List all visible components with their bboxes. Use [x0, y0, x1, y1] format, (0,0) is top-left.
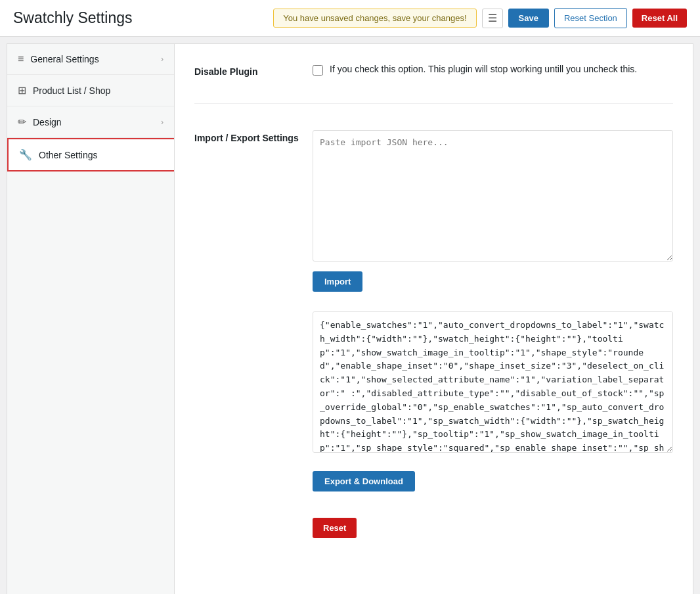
general-settings-icon: ≡	[18, 53, 24, 65]
import-button[interactable]: Import	[313, 271, 362, 292]
body-layout: ≡ General Settings › ⊞ Product List / Sh…	[7, 43, 693, 594]
sidebar-item-product-list[interactable]: ⊞ Product List / Shop	[7, 75, 174, 106]
import-textarea[interactable]	[313, 130, 673, 262]
sidebar-item-label-other: Other Settings	[39, 150, 98, 160]
save-button[interactable]: Save	[508, 9, 549, 28]
chevron-right-icon: ›	[161, 55, 164, 64]
disable-plugin-row: Disable Plugin If you check this option.…	[194, 64, 673, 104]
sidebar-item-design[interactable]: ✏ Design ›	[7, 106, 174, 138]
header-actions: You have unsaved changes, save your chan…	[273, 8, 687, 28]
disable-plugin-description: If you check this option. This plugin wi…	[330, 64, 637, 74]
disable-plugin-control: If you check this option. This plugin wi…	[313, 64, 673, 76]
sidebar-item-label-general: General Settings	[30, 54, 98, 64]
app-title: Swatchly Settings	[13, 9, 133, 27]
main-content: Disable Plugin If you check this option.…	[175, 44, 693, 594]
sidebar-item-general-settings[interactable]: ≡ General Settings ›	[7, 44, 174, 75]
unsaved-notice: You have unsaved changes, save your chan…	[273, 9, 476, 28]
reset-all-button[interactable]: Reset All	[632, 9, 687, 28]
import-export-label: Import / Export Settings	[194, 130, 313, 143]
export-download-button[interactable]: Export & Download	[313, 471, 415, 491]
design-icon: ✏	[18, 116, 26, 128]
sidebar-item-other-settings[interactable]: 🔧 Other Settings	[7, 138, 174, 171]
sidebar-item-label-product: Product List / Shop	[33, 85, 110, 96]
checkbox-row: If you check this option. This plugin wi…	[313, 64, 673, 76]
reset-button[interactable]: Reset	[313, 518, 357, 538]
sidebar-item-label-design: Design	[33, 117, 62, 127]
design-chevron-icon: ›	[161, 118, 164, 127]
import-export-row: Import / Export Settings Import {"enable…	[194, 130, 673, 564]
export-content-box: {"enable_swatches":"1","auto_convert_dro…	[313, 311, 673, 453]
disable-plugin-checkbox[interactable]	[313, 65, 323, 76]
app-wrapper: Swatchly Settings You have unsaved chang…	[0, 0, 700, 594]
reset-section-button[interactable]: Reset Section	[554, 8, 627, 28]
other-settings-icon: 🔧	[19, 148, 32, 161]
import-export-control: Import {"enable_swatches":"1","auto_conv…	[313, 130, 673, 538]
disable-plugin-label: Disable Plugin	[194, 64, 313, 77]
list-icon-button[interactable]: ☰	[482, 9, 503, 28]
header: Swatchly Settings You have unsaved chang…	[0, 0, 700, 37]
sidebar: ≡ General Settings › ⊞ Product List / Sh…	[7, 44, 175, 594]
product-list-icon: ⊞	[18, 84, 26, 97]
